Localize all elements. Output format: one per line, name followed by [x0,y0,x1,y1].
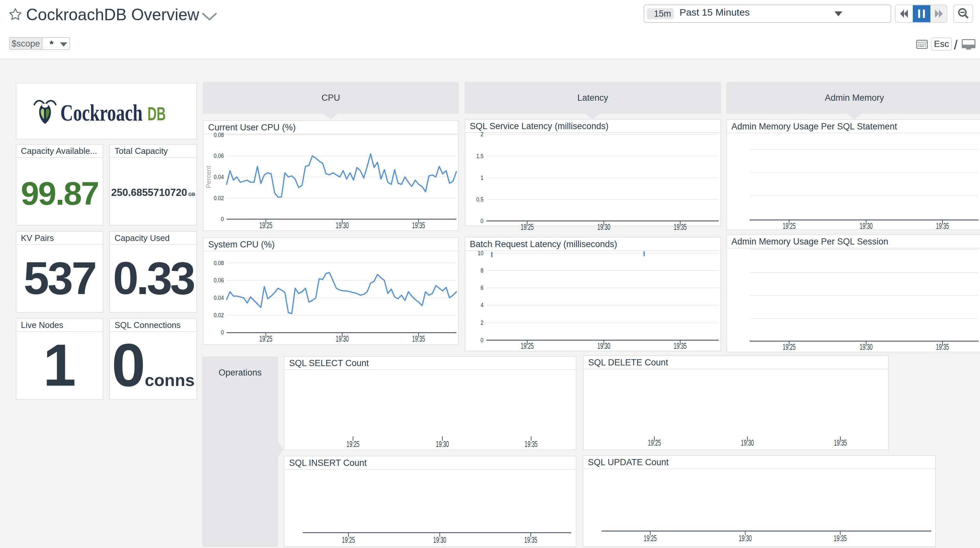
svg-text:0: 0 [221,216,224,222]
svg-text:19:25: 19:25 [644,534,657,543]
svg-text:19:30: 19:30 [739,534,752,543]
svg-text:19:35: 19:35 [412,334,425,343]
svg-text:19:25: 19:25 [342,535,355,545]
svg-text:19:30: 19:30 [336,334,349,343]
svg-text:2: 2 [480,131,484,138]
svg-text:1: 1 [480,175,484,181]
svg-text:19:30: 19:30 [860,221,873,230]
svg-text:19:35: 19:35 [834,534,847,543]
svg-text:19:25: 19:25 [259,334,272,343]
svg-text:0.5: 0.5 [476,196,484,203]
svg-text:1.5: 1.5 [476,153,484,159]
svg-text:19:30: 19:30 [436,440,449,449]
svg-text:19:25: 19:25 [648,438,661,447]
svg-text:0.08: 0.08 [214,132,224,138]
svg-text:19:35: 19:35 [936,221,949,230]
svg-text:10: 10 [477,250,484,257]
svg-text:0.06: 0.06 [214,277,224,284]
svg-text:Percent: Percent [205,165,212,188]
svg-text:0.04: 0.04 [214,174,224,180]
svg-text:19:35: 19:35 [524,535,537,545]
svg-text:19:30: 19:30 [741,438,754,447]
svg-text:0.04: 0.04 [214,295,224,301]
svg-text:19:25: 19:25 [783,221,795,230]
svg-text:0: 0 [221,329,224,336]
svg-text:19:25: 19:25 [783,342,795,351]
svg-text:4: 4 [480,302,484,308]
svg-text:6: 6 [480,284,484,291]
svg-text:19:25: 19:25 [259,221,272,230]
svg-text:2: 2 [480,319,484,326]
svg-text:19:30: 19:30 [336,221,349,230]
svg-text:19:35: 19:35 [412,221,425,230]
svg-text:19:35: 19:35 [525,440,538,449]
svg-text:0.06: 0.06 [214,152,224,159]
svg-text:19:25: 19:25 [347,440,360,449]
svg-text:19:30: 19:30 [433,535,446,545]
svg-text:0.02: 0.02 [214,195,224,202]
svg-text:19:25: 19:25 [521,342,534,351]
svg-text:19:30: 19:30 [597,342,610,351]
svg-text:19:35: 19:35 [936,342,949,351]
svg-text:0: 0 [480,218,484,224]
svg-text:19:25: 19:25 [521,222,534,232]
svg-text:19:35: 19:35 [834,438,847,447]
svg-text:8: 8 [480,267,484,274]
svg-text:0: 0 [480,337,484,344]
svg-text:19:30: 19:30 [860,342,873,351]
svg-text:19:35: 19:35 [674,222,687,232]
svg-text:0.02: 0.02 [214,312,224,319]
svg-text:0.08: 0.08 [214,260,224,266]
svg-text:19:35: 19:35 [674,342,687,351]
svg-text:19:30: 19:30 [597,222,610,232]
